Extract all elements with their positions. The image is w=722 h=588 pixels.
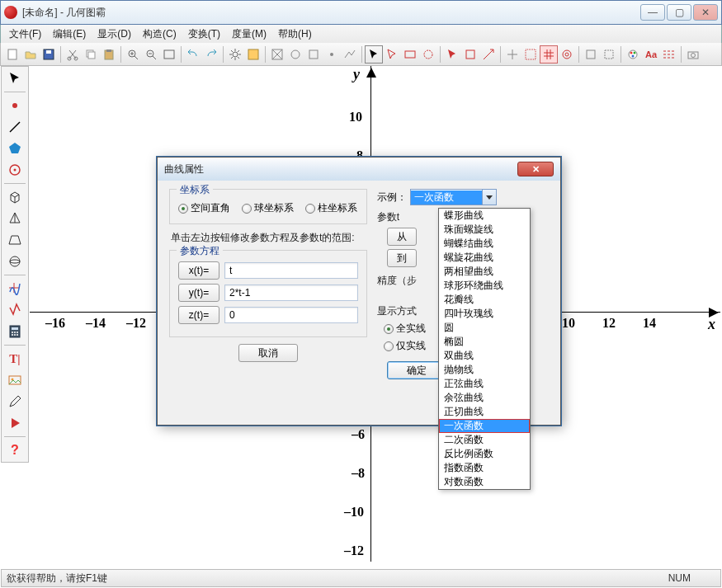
tool-cube[interactable] [3,187,26,207]
tb-misc5[interactable] [342,46,358,63]
tool-function[interactable] [3,279,26,299]
tool-frustum[interactable] [3,230,26,250]
tb-sel3[interactable] [420,46,437,63]
tb-misc4[interactable] [323,46,340,63]
tb-gear[interactable] [227,46,243,63]
xt-button[interactable]: x(t)= [178,261,219,280]
tb-cut[interactable] [64,46,81,63]
example-combo[interactable]: 一次函数 [410,189,497,205]
radio-spherical[interactable]: 球坐标系 [242,201,294,215]
dropdown-item[interactable]: 球形环绕曲线 [439,279,530,293]
tb-paste[interactable] [101,46,117,63]
menu-transform[interactable]: 变换(T) [183,26,225,43]
dropdown-item[interactable]: 两相望曲线 [439,265,530,279]
dropdown-item[interactable]: 反比例函数 [439,447,530,461]
tool-play[interactable] [3,413,26,433]
tb-text[interactable]: Aa [643,46,659,63]
tb-coord2[interactable] [522,46,539,63]
tb-zoomin[interactable] [125,46,141,63]
tb-sel2[interactable] [402,46,418,63]
tb-palette[interactable] [245,46,262,63]
tb-grid[interactable] [540,46,557,63]
tool-image[interactable] [3,370,26,390]
tb-zoomfit[interactable] [161,46,177,63]
dropdown-item[interactable]: 抛物线 [439,363,530,377]
tb-misc1[interactable] [269,46,285,63]
tool-trace[interactable] [3,300,26,320]
menu-measure[interactable]: 度量(M) [227,26,271,43]
dropdown-item[interactable]: 椭圆 [439,335,530,349]
menu-construct[interactable]: 构造(C) [138,26,182,43]
dialog-titlebar[interactable]: 曲线属性 ✕ [158,158,560,181]
tb-save[interactable] [40,46,57,63]
dropdown-item[interactable]: 一次函数 [439,419,530,433]
tb-coord3[interactable] [559,46,575,63]
tb-zoomout[interactable] [143,46,159,63]
yt-field[interactable]: 2*t-1 [224,285,358,301]
tool-calculator[interactable] [3,322,26,341]
dropdown-item[interactable]: 二次函数 [439,433,530,447]
tb-undo[interactable] [185,46,201,63]
tool-pen[interactable] [3,392,26,412]
close-button[interactable]: ✕ [693,4,718,21]
xt-field[interactable]: t [224,262,358,279]
dropdown-item[interactable]: 四叶玫瑰线 [439,307,530,321]
tool-polygon[interactable] [3,139,26,158]
menu-display[interactable]: 显示(D) [92,26,136,43]
tb-arrow[interactable] [366,46,382,63]
menu-file[interactable]: 文件(F) [4,26,46,43]
maximize-button[interactable]: ▢ [667,4,691,21]
minimize-button[interactable]: — [640,4,665,21]
tb-hide1[interactable] [583,46,599,63]
menu-edit[interactable]: 编辑(E) [48,26,91,43]
tb-linestyle[interactable] [661,46,677,63]
radio-cartesian[interactable]: 空间直角 [178,201,230,215]
tb-scale[interactable] [480,46,497,63]
tool-circle[interactable] [3,160,26,180]
dropdown-item[interactable]: 蝴蝶结曲线 [439,237,530,251]
tb-misc3[interactable] [305,46,322,63]
tb-hide2[interactable] [601,46,617,63]
dropdown-item[interactable]: 珠面螺旋线 [439,223,530,237]
zt-button[interactable]: z(t)= [178,306,219,324]
dropdown-item[interactable]: 双曲线 [439,349,530,363]
dropdown-item[interactable]: 蝶形曲线 [439,209,530,223]
example-dropdown-list[interactable]: 蝶形曲线珠面螺旋线蝴蝶结曲线螺旋花曲线两相望曲线球形环绕曲线花瓣线四叶玫瑰线圆椭… [438,208,531,490]
tb-sel1[interactable] [384,46,400,63]
radio-cylindrical[interactable]: 柱坐标系 [305,201,357,215]
dropdown-item[interactable]: 指数函数 [439,461,530,475]
from-button[interactable]: 从 [387,228,417,246]
to-button[interactable]: 到 [387,249,417,267]
tool-line[interactable] [3,117,26,137]
dropdown-item[interactable]: 螺旋花曲线 [439,251,530,265]
yt-button[interactable]: y(t)= [178,284,219,302]
ok-button[interactable]: 确定 [387,361,446,379]
tb-coord1[interactable] [504,46,521,63]
tb-camera[interactable] [685,46,701,63]
dropdown-item[interactable]: 圆 [439,321,530,335]
tb-copy[interactable] [83,46,99,63]
tb-misc2[interactable] [287,46,304,63]
dropdown-item[interactable]: 正切曲线 [439,405,530,419]
dropdown-item[interactable]: 对数函数 [439,475,530,489]
zt-field[interactable]: 0 [224,307,358,323]
dropdown-item[interactable]: 余弦曲线 [439,391,530,405]
tb-rotmove[interactable] [444,46,460,63]
tb-color[interactable] [625,46,641,63]
tb-new[interactable] [4,46,21,63]
tb-redo[interactable] [203,46,219,63]
tb-rotcopy[interactable] [462,46,479,63]
tool-sphere[interactable] [3,252,26,271]
tool-text[interactable]: T| [3,349,26,369]
dialog-close-button[interactable]: ✕ [517,162,554,176]
dropdown-item[interactable]: 花瓣线 [439,293,530,307]
tool-select[interactable] [3,68,26,88]
combo-arrow[interactable] [482,190,496,205]
tool-tetra[interactable] [3,209,26,228]
menu-help[interactable]: 帮助(H) [273,26,317,43]
tb-open[interactable] [22,46,39,63]
tool-help[interactable]: ? [3,440,26,460]
cancel-button[interactable]: 取消 [238,344,298,362]
tool-point[interactable] [3,96,26,115]
dropdown-item[interactable]: 正弦曲线 [439,377,530,391]
